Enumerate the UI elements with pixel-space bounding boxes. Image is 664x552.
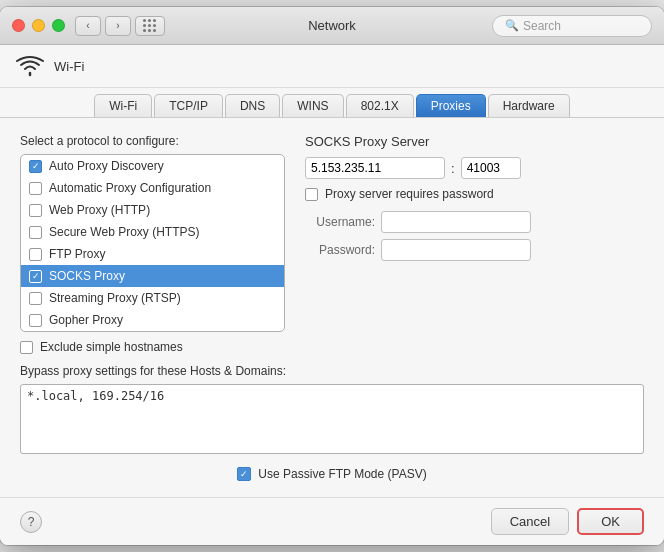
pasv-label: Use Passive FTP Mode (PASV) — [258, 467, 426, 481]
password-input[interactable] — [381, 239, 531, 261]
tab-dns[interactable]: DNS — [225, 94, 280, 117]
socks-server-title: SOCKS Proxy Server — [305, 134, 644, 149]
search-placeholder: Search — [523, 19, 561, 33]
password-label: Proxy server requires password — [325, 187, 494, 201]
bypass-textarea[interactable]: *.local, 169.254/16 — [20, 384, 644, 454]
password-field-row: Password: — [305, 239, 644, 261]
bypass-label: Bypass proxy settings for these Hosts & … — [20, 364, 644, 378]
colon-separator: : — [451, 161, 455, 176]
left-column: Select a protocol to configure: ✓ Auto P… — [20, 134, 285, 354]
check-streaming[interactable] — [29, 292, 42, 305]
tab-hardware[interactable]: Hardware — [488, 94, 570, 117]
wifi-icon — [16, 55, 44, 77]
proto-socks-proxy[interactable]: ✓ SOCKS Proxy — [21, 265, 284, 287]
help-button[interactable]: ? — [20, 511, 42, 533]
maximize-button[interactable] — [52, 19, 65, 32]
tab-wins[interactable]: WINS — [282, 94, 343, 117]
titlebar: ‹ › Network 🔍 Search — [0, 7, 664, 45]
ok-button[interactable]: OK — [577, 508, 644, 535]
protocol-section-label: Select a protocol to configure: — [20, 134, 285, 148]
exclude-label: Exclude simple hostnames — [40, 340, 183, 354]
username-label: Username: — [305, 215, 375, 229]
wifi-bar: Wi-Fi — [0, 45, 664, 88]
proto-auto-proxy-discovery[interactable]: ✓ Auto Proxy Discovery — [21, 155, 284, 177]
wifi-label: Wi-Fi — [54, 59, 84, 74]
check-ftp[interactable] — [29, 248, 42, 261]
check-exclude[interactable] — [20, 341, 33, 354]
check-password[interactable] — [305, 188, 318, 201]
check-socks[interactable]: ✓ — [29, 270, 42, 283]
right-column: SOCKS Proxy Server : Proxy server requir… — [305, 134, 644, 354]
pasv-row: ✓ Use Passive FTP Mode (PASV) — [20, 467, 644, 481]
two-col-layout: Select a protocol to configure: ✓ Auto P… — [20, 134, 644, 354]
check-secure-web[interactable] — [29, 226, 42, 239]
check-auto-proxy[interactable]: ✓ — [29, 160, 42, 173]
back-button[interactable]: ‹ — [75, 16, 101, 36]
username-row: Username: — [305, 211, 644, 233]
tab-tcpip[interactable]: TCP/IP — [154, 94, 223, 117]
action-buttons: Cancel OK — [491, 508, 644, 535]
tab-wifi[interactable]: Wi-Fi — [94, 94, 152, 117]
forward-button[interactable]: › — [105, 16, 131, 36]
tab-proxies[interactable]: Proxies — [416, 94, 486, 117]
traffic-lights — [12, 19, 65, 32]
bottom-bar: ? Cancel OK — [0, 497, 664, 545]
proto-web-proxy-http[interactable]: Web Proxy (HTTP) — [21, 199, 284, 221]
apps-button[interactable] — [135, 16, 165, 36]
proto-automatic-proxy-config[interactable]: Automatic Proxy Configuration — [21, 177, 284, 199]
network-window: ‹ › Network 🔍 Search Wi-Fi Wi-Fi TCP/IP — [0, 7, 664, 545]
cancel-button[interactable]: Cancel — [491, 508, 569, 535]
tabs-bar: Wi-Fi TCP/IP DNS WINS 802.1X Proxies Har… — [0, 88, 664, 118]
bypass-section: Bypass proxy settings for these Hosts & … — [20, 364, 644, 457]
nav-buttons: ‹ › — [75, 16, 131, 36]
server-ip-input[interactable] — [305, 157, 445, 179]
tab-8021x[interactable]: 802.1X — [346, 94, 414, 117]
password-field-label: Password: — [305, 243, 375, 257]
proto-secure-web-proxy[interactable]: Secure Web Proxy (HTTPS) — [21, 221, 284, 243]
password-row: Proxy server requires password — [305, 187, 644, 201]
check-gopher[interactable] — [29, 314, 42, 327]
check-pasv[interactable]: ✓ — [237, 467, 251, 481]
proto-ftp-proxy[interactable]: FTP Proxy — [21, 243, 284, 265]
exclude-row: Exclude simple hostnames — [20, 340, 285, 354]
proto-gopher-proxy[interactable]: Gopher Proxy — [21, 309, 284, 331]
proto-streaming-proxy[interactable]: Streaming Proxy (RTSP) — [21, 287, 284, 309]
check-auto-config[interactable] — [29, 182, 42, 195]
close-button[interactable] — [12, 19, 25, 32]
minimize-button[interactable] — [32, 19, 45, 32]
check-web-proxy[interactable] — [29, 204, 42, 217]
window-title: Network — [308, 18, 356, 33]
protocol-list: ✓ Auto Proxy Discovery Automatic Proxy C… — [20, 154, 285, 332]
username-input[interactable] — [381, 211, 531, 233]
server-port-input[interactable] — [461, 157, 521, 179]
server-row: : — [305, 157, 644, 179]
main-content: Select a protocol to configure: ✓ Auto P… — [0, 118, 664, 497]
search-box[interactable]: 🔍 Search — [492, 15, 652, 37]
